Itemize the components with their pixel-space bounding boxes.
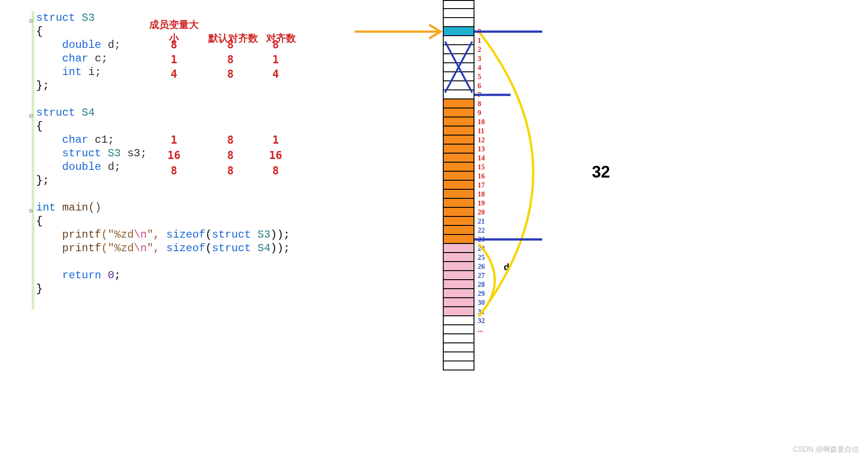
mem-index: 20 bbox=[478, 208, 485, 216]
brace: { bbox=[36, 215, 42, 227]
mem-cell: 21 bbox=[443, 217, 474, 226]
brace: } bbox=[36, 283, 42, 295]
mem-index: 21 bbox=[478, 217, 485, 225]
mem-cell: 27 bbox=[443, 271, 474, 280]
mem-cell-blank bbox=[443, 334, 474, 343]
mem-index: 19 bbox=[478, 199, 485, 207]
mem-cell: 32 bbox=[443, 316, 474, 325]
struct-name: S3 bbox=[82, 12, 95, 24]
mem-cell: 6 bbox=[443, 81, 474, 90]
mem-cell: ... bbox=[443, 325, 474, 334]
mem-cell: 9 bbox=[443, 108, 474, 117]
mem-cell: 15 bbox=[443, 163, 474, 172]
fold-icon: ⊟ bbox=[29, 109, 33, 123]
mem-index: ... bbox=[478, 326, 483, 334]
mem-cell: 13 bbox=[443, 145, 474, 154]
mem-index: 0 bbox=[478, 28, 481, 36]
mem-cell-blank bbox=[443, 9, 474, 18]
return-kw: return bbox=[62, 269, 108, 281]
mem-index: 10 bbox=[478, 118, 485, 126]
mem-cell: 17 bbox=[443, 181, 474, 190]
mem-index: 4 bbox=[478, 64, 481, 72]
member-name: s3; bbox=[127, 147, 147, 159]
mem-index: 31 bbox=[478, 308, 485, 316]
mem-cell: 16 bbox=[443, 172, 474, 181]
member-name: d; bbox=[108, 39, 121, 51]
mem-cell: 0 bbox=[443, 27, 474, 36]
mem-cell: 12 bbox=[443, 136, 474, 145]
member-name: d; bbox=[108, 161, 121, 173]
mem-cell: 2 bbox=[443, 45, 474, 54]
watermark: CSDN @啊森要自信 bbox=[793, 445, 859, 454]
mem-cell-blank bbox=[443, 18, 474, 27]
mem-cell-blank bbox=[443, 343, 474, 352]
s3-row3: 484 bbox=[145, 68, 294, 80]
mem-index: 6 bbox=[478, 82, 481, 90]
gutter-bar bbox=[32, 11, 34, 309]
fold-icon: ⊟ bbox=[29, 14, 33, 28]
member-type: char bbox=[62, 52, 89, 65]
mem-cell: 23 bbox=[443, 235, 474, 244]
mem-cell: 1 bbox=[443, 36, 474, 45]
brace: { bbox=[36, 120, 42, 132]
mem-index: 27 bbox=[478, 272, 485, 280]
mem-index: 2 bbox=[478, 46, 481, 54]
mem-cell: 24 bbox=[443, 244, 474, 253]
mem-index: 30 bbox=[478, 299, 485, 307]
struct-kw: struct bbox=[62, 147, 101, 159]
mem-index: 29 bbox=[478, 290, 485, 298]
mem-index: 22 bbox=[478, 226, 485, 234]
mem-cell: 10 bbox=[443, 117, 474, 126]
mem-cell: 7 bbox=[443, 90, 474, 99]
fn-name: main bbox=[62, 201, 89, 214]
s3-row2: 181 bbox=[145, 53, 294, 66]
mem-index: 25 bbox=[478, 253, 485, 262]
member-type: double bbox=[62, 161, 101, 173]
mem-cell: 20 bbox=[443, 208, 474, 217]
brace-32 bbox=[479, 32, 533, 316]
mem-index: 17 bbox=[478, 181, 485, 189]
mem-cell: 30 bbox=[443, 298, 474, 307]
mem-cell: 5 bbox=[443, 72, 474, 81]
mem-cell: 22 bbox=[443, 226, 474, 235]
mem-cell: 3 bbox=[443, 54, 474, 63]
fold-icon: ⊟ bbox=[29, 204, 33, 218]
mem-cell-blank bbox=[443, 361, 474, 370]
mem-index: 18 bbox=[478, 190, 485, 198]
member-name: i; bbox=[88, 66, 101, 78]
mem-index: 12 bbox=[478, 136, 485, 144]
member-type: int bbox=[62, 66, 82, 78]
mem-cell: 8 bbox=[443, 99, 474, 108]
member-type: char bbox=[62, 134, 89, 146]
mem-index: 28 bbox=[478, 281, 485, 289]
printf-call: printf bbox=[62, 229, 101, 241]
s3-row1: 888 bbox=[145, 38, 294, 51]
mem-index: 24 bbox=[478, 244, 485, 253]
member-type: S3 bbox=[108, 147, 121, 159]
mem-index: 23 bbox=[478, 235, 485, 244]
brace: { bbox=[36, 25, 42, 37]
mem-cell: 19 bbox=[443, 199, 474, 208]
s4-row3: 888 bbox=[145, 164, 294, 177]
mem-index: 8 bbox=[478, 100, 481, 108]
brace: }; bbox=[36, 174, 49, 187]
mem-cell: 18 bbox=[443, 190, 474, 199]
mem-index: 26 bbox=[478, 262, 485, 271]
mem-cell: 28 bbox=[443, 280, 474, 289]
mem-cell-blank bbox=[443, 0, 474, 9]
mem-cell: 14 bbox=[443, 154, 474, 163]
memory-layout: 0123456789101112131415161718192021222324… bbox=[443, 0, 474, 370]
mem-cell: 26 bbox=[443, 262, 474, 271]
mem-index: 7 bbox=[478, 91, 481, 99]
member-name: c1; bbox=[95, 134, 114, 146]
mem-index: 16 bbox=[478, 172, 485, 180]
mem-cell: 31 bbox=[443, 307, 474, 316]
mem-index: 11 bbox=[478, 127, 484, 135]
struct-kw: struct bbox=[36, 107, 75, 119]
mem-index: 9 bbox=[478, 109, 481, 117]
mem-index: 5 bbox=[478, 73, 481, 81]
mem-index: 13 bbox=[478, 145, 485, 153]
mem-index: 15 bbox=[478, 163, 485, 171]
mem-cell: 4 bbox=[443, 63, 474, 72]
mem-index: 3 bbox=[478, 55, 481, 63]
